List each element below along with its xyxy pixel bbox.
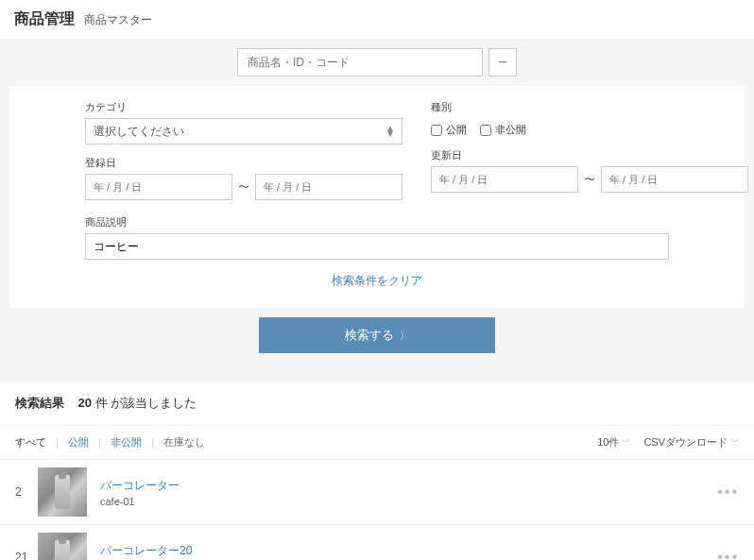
table-row: 21パーコレーター20cafe-01••• xyxy=(0,525,754,560)
desc-label: 商品説明 xyxy=(85,215,669,229)
tilde: 〜 xyxy=(584,172,595,188)
product-code: cafe-01 xyxy=(100,496,180,507)
row-actions-button[interactable]: ••• xyxy=(717,484,739,501)
upd-date-to-input[interactable] xyxy=(601,166,748,193)
row-actions-button[interactable]: ••• xyxy=(717,549,739,560)
results-panel: 検索結果 20 件 が該当しました すべて ｜ 公開 ｜ 非公開 ｜ 在庫なし … xyxy=(0,382,754,560)
csv-download-dropdown[interactable]: CSVダウンロード ﹀ xyxy=(643,435,739,450)
filter-all-link[interactable]: すべて xyxy=(15,435,46,450)
page-title: 商品管理 xyxy=(14,9,75,29)
product-thumbnail[interactable] xyxy=(38,467,87,517)
reg-date-to-input[interactable] xyxy=(255,174,403,200)
reg-date-label: 登録日 xyxy=(85,156,403,170)
filter-outofstock-link[interactable]: 在庫なし xyxy=(163,435,205,450)
category-select[interactable]: 選択してください xyxy=(85,118,403,144)
results-header: 検索結果 20 件 が該当しました xyxy=(0,382,754,426)
product-name-link[interactable]: パーコレーター20 xyxy=(100,543,192,559)
results-toolbar: すべて ｜ 公開 ｜ 非公開 ｜ 在庫なし 10件 ﹀ CSVダウンロード ﹀ xyxy=(0,426,754,460)
clear-filters-link[interactable]: 検索条件をクリア xyxy=(332,274,422,287)
reg-date-from-input[interactable] xyxy=(85,174,232,200)
tilde: 〜 xyxy=(238,179,249,195)
results-count-unit: 件 xyxy=(95,396,108,410)
results-title: 検索結果 xyxy=(15,396,64,410)
chevron-down-icon: ﹀ xyxy=(622,436,630,449)
product-name-link[interactable]: パーコレーター xyxy=(100,478,180,494)
category-label: カテゴリ xyxy=(85,100,403,114)
upd-date-label: 更新日 xyxy=(431,148,748,162)
toggle-filter-button[interactable]: − xyxy=(488,48,517,76)
row-id: 2 xyxy=(15,485,38,499)
filter-public-link[interactable]: 公開 xyxy=(68,435,89,450)
table-row: 2パーコレーターcafe-01••• xyxy=(0,460,754,525)
page-subtitle: 商品マスター xyxy=(84,12,152,28)
private-checkbox[interactable] xyxy=(480,125,491,136)
desc-input[interactable] xyxy=(85,233,669,260)
filter-links: すべて ｜ 公開 ｜ 非公開 ｜ 在庫なし xyxy=(15,435,205,450)
filter-panel: カテゴリ 選択してください ▲▼ 登録日 〜 xyxy=(9,86,745,308)
keyword-input[interactable] xyxy=(237,48,483,76)
public-checkbox[interactable] xyxy=(431,125,442,136)
per-page-dropdown[interactable]: 10件 ﹀ xyxy=(597,435,630,450)
disclosure-label: 種別 xyxy=(431,100,748,114)
upd-date-from-input[interactable] xyxy=(431,166,578,193)
page-header: 商品管理 商品マスター xyxy=(0,0,754,39)
row-id: 21 xyxy=(15,551,38,560)
product-thumbnail[interactable] xyxy=(38,533,87,560)
public-checkbox-label[interactable]: 公開 xyxy=(431,123,467,137)
chevron-down-icon: ﹀ xyxy=(730,436,739,449)
filter-private-link[interactable]: 非公開 xyxy=(111,435,142,450)
private-checkbox-label[interactable]: 非公開 xyxy=(480,123,526,137)
search-area: − カテゴリ 選択してください ▲▼ 登録日 〜 xyxy=(0,39,754,372)
chevron-right-icon: 〉 xyxy=(400,329,410,343)
results-count: 20 xyxy=(77,396,91,410)
search-button[interactable]: 検索する 〉 xyxy=(259,317,495,353)
results-count-suffix: が該当しました xyxy=(111,396,197,410)
